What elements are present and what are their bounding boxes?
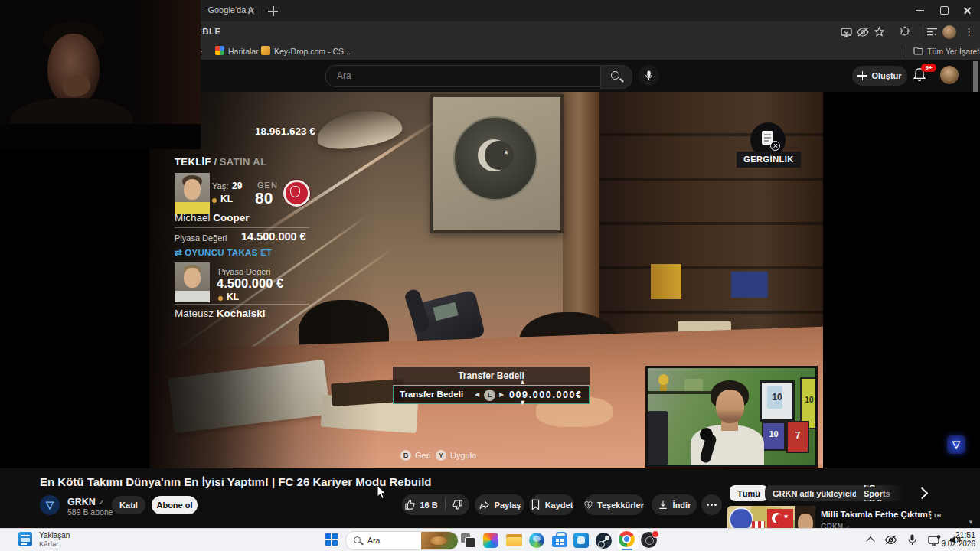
bookmarks-divider: [906, 45, 906, 57]
save-button[interactable]: Kaydet: [529, 494, 574, 515]
player1-value-label: Piyasa Değeri: [175, 233, 227, 243]
reading-list-icon[interactable]: [926, 28, 938, 37]
streamer-mic-head: [700, 428, 713, 441]
extensions-icon[interactable]: [899, 26, 910, 37]
facecam-trophy: [658, 374, 668, 385]
player1-age: 29: [232, 181, 242, 191]
subscribe-button[interactable]: Abone ol: [152, 496, 198, 514]
save-label: Kaydet: [545, 500, 573, 510]
browser-menu-icon[interactable]: ⋮: [964, 26, 974, 37]
join-button[interactable]: Katıl: [112, 496, 145, 514]
chip-fade: [879, 484, 911, 502]
plus-line: [273, 6, 274, 16]
like-button[interactable]: 16 B: [402, 499, 444, 510]
search-button[interactable]: [600, 65, 632, 89]
window-close-button[interactable]: [963, 6, 972, 15]
browser-profile-avatar[interactable]: [942, 25, 956, 39]
player2-value-label: Piyasa Değeri: [218, 267, 270, 276]
steam-icon[interactable]: [596, 533, 612, 549]
offer-tab-inactive: SATIN AL: [220, 156, 267, 168]
tray-mic-icon[interactable]: [908, 534, 916, 546]
eye-off-icon[interactable]: [857, 28, 869, 37]
scroll-down-indicator-icon[interactable]: ▼: [968, 519, 974, 526]
dislike-button[interactable]: [446, 499, 469, 510]
bookmark-item-haritalar[interactable]: Haritalar: [228, 47, 259, 56]
player2-position: KL: [227, 292, 239, 302]
jersey-number: 10: [762, 392, 792, 403]
start-button[interactable]: [325, 533, 338, 546]
search-input[interactable]: Ara: [325, 65, 600, 87]
chip-all[interactable]: Tümü: [730, 485, 768, 501]
tab-divider: [263, 6, 263, 16]
download-button[interactable]: İndir: [652, 494, 697, 515]
player2-position-dot: [218, 296, 223, 301]
player1-face: [184, 179, 201, 200]
widgets-button[interactable]: Yaklaşan Kârlar: [18, 530, 103, 549]
channel-watermark[interactable]: ▽: [947, 435, 965, 454]
file-explorer-icon[interactable]: [506, 533, 522, 548]
keydrop-bookmark-icon: [261, 46, 270, 55]
share-icon: [479, 500, 490, 510]
youtube-profile-avatar[interactable]: [940, 66, 959, 84]
task-view-button[interactable]: [461, 533, 475, 546]
create-button[interactable]: Oluştur: [852, 66, 907, 86]
thanks-button[interactable]: Teşekkürler: [584, 494, 644, 515]
all-bookmarks-folder-icon: [913, 47, 923, 55]
search-icon-handle: [619, 78, 623, 82]
thumbs-down-icon: [452, 499, 463, 510]
related-more-icon[interactable]: ⋮: [926, 509, 936, 520]
chrome-active-indicator: [622, 549, 632, 551]
bookmark-star-icon[interactable]: [874, 26, 885, 37]
window-restore-button[interactable]: [940, 6, 949, 15]
jersey-number: 10: [763, 429, 784, 439]
tension-label-bar: GERGİNLİK: [737, 152, 801, 168]
offer-tab-bar: TEKLİF / SATIN AL: [175, 156, 266, 168]
share-button[interactable]: Paylaş: [475, 494, 524, 515]
player1-last-name: Cooper: [213, 212, 249, 223]
budget-value: 18.961.623 €: [255, 126, 315, 137]
outlook-app-icon[interactable]: [573, 533, 589, 548]
chrome-browser-icon[interactable]: [619, 531, 635, 547]
player2-face: [184, 268, 201, 288]
jersey-number: 7: [788, 430, 808, 441]
facecam-monitor: [648, 411, 668, 465]
related-video-title[interactable]: Milli Takımla Fethe Çıktım! TR: [821, 510, 941, 519]
taskbar-search-placeholder: Ara: [368, 536, 380, 545]
app-with-notification-icon[interactable]: [641, 532, 657, 548]
tab-title[interactable]: r - Google'da A: [198, 5, 253, 15]
swap-icon: ⇄: [175, 247, 182, 258]
player1-photo: [175, 173, 210, 214]
new-tab-button[interactable]: [268, 6, 278, 16]
window-minimize-button[interactable]: [916, 10, 924, 11]
tab-close-icon[interactable]: [247, 7, 255, 15]
channel-name-text: GRKN: [67, 497, 96, 507]
transfer-dialog-title: Transfer Bedeli: [393, 367, 590, 385]
streamer-facecam: 10 10 10 7: [645, 366, 818, 468]
watermark-triangle-icon: ▽: [947, 435, 965, 454]
send-to-device-icon[interactable]: [841, 27, 852, 37]
bookmark-icon: [531, 499, 541, 510]
tension-x-badge: [770, 141, 780, 151]
edge-browser-icon[interactable]: [529, 533, 544, 548]
channel-avatar[interactable]: ▽: [40, 495, 60, 515]
all-bookmarks-button[interactable]: Tüm Yer İşaretleri: [927, 47, 980, 56]
download-icon: [658, 500, 668, 510]
channel-name[interactable]: GRKN ✓: [67, 497, 105, 507]
swap-label: OYUNCU TAKAS ET: [185, 248, 272, 257]
microsoft-store-icon[interactable]: [552, 532, 567, 548]
tray-eye-off-icon[interactable]: [884, 535, 897, 545]
channel-logo-triangle-icon: ▽: [40, 495, 60, 515]
taskbar-search[interactable]: Ara: [345, 531, 459, 550]
notification-dot: [652, 530, 659, 538]
offer-tab-active: TEKLİF: [175, 156, 211, 168]
search-icon: [611, 71, 619, 80]
bookmark-item-keydrop[interactable]: Key-Drop.com - CS...: [274, 47, 351, 56]
dot: [707, 504, 709, 506]
stick-left-arrow-icon: ◀: [475, 391, 479, 398]
more-actions-button[interactable]: [701, 494, 722, 515]
mouse-cursor: [377, 485, 387, 500]
tray-clock[interactable]: 21:51 9.02.2026: [928, 530, 975, 549]
voice-search-button[interactable]: [639, 65, 659, 86]
m365-app-icon[interactable]: [483, 533, 498, 548]
plus-icon: [858, 71, 867, 80]
